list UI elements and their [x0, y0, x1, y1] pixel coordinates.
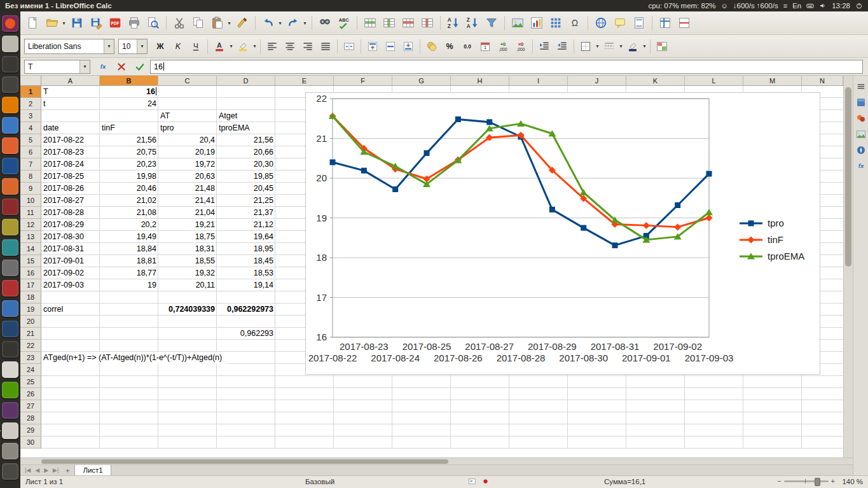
sort-desc-button[interactable]: ZA — [464, 14, 481, 32]
insert-image-button[interactable] — [509, 14, 527, 32]
cell-A19[interactable]: correl — [41, 303, 100, 316]
row-header-22[interactable]: 22 — [20, 340, 41, 352]
cell-D11[interactable]: 21,37 — [217, 207, 275, 219]
horizontal-scrollbar[interactable] — [20, 457, 853, 464]
launcher-item-dash-home[interactable] — [2, 15, 18, 32]
hyperlink-button[interactable] — [592, 14, 610, 32]
launcher-item-screenshot-tool[interactable] — [2, 422, 18, 439]
cell-A4[interactable]: date — [41, 122, 100, 134]
cell-B8[interactable]: 19,98 — [100, 171, 158, 183]
cell-D9[interactable]: 20,45 — [217, 183, 275, 195]
borders-dropdown-arrow[interactable]: ▾ — [595, 43, 600, 49]
cell-C8[interactable]: 20,63 — [158, 171, 217, 183]
print-preview-button[interactable] — [144, 14, 162, 32]
launcher-item-text-editor[interactable] — [2, 361, 18, 378]
launcher-item-app-red[interactable] — [2, 280, 18, 296]
zoom-in-button[interactable]: + — [831, 477, 835, 485]
cell-A14[interactable]: 2017-08-31 — [41, 243, 100, 255]
paste-dropdown-arrow[interactable]: ▾ — [226, 20, 232, 26]
row-header-11[interactable]: 11 — [20, 207, 41, 219]
export-pdf-button[interactable]: PDF — [106, 14, 124, 32]
cell-A11[interactable]: 2017-08-28 — [41, 207, 100, 219]
row-header-2[interactable]: 2 — [20, 98, 41, 110]
cell-B11[interactable]: 21,08 — [100, 207, 158, 219]
align-right-button[interactable] — [299, 38, 317, 55]
cell-C6[interactable]: 20,19 — [158, 146, 217, 158]
row-header-29[interactable]: 29 — [20, 424, 41, 436]
cell-C13[interactable]: 18,75 — [158, 231, 217, 243]
underline-button[interactable]: Ч — [187, 38, 205, 55]
cell-A16[interactable]: 2017-09-02 — [41, 267, 100, 279]
cell-A17[interactable]: 2017-09-03 — [41, 279, 100, 291]
row-header-1[interactable]: 1 — [20, 86, 41, 98]
cell-D8[interactable]: 19,85 — [217, 171, 275, 183]
cell-D4[interactable]: tproEMA — [217, 122, 275, 134]
new-document-button[interactable] — [24, 14, 42, 32]
vertical-scrollbar-thumb[interactable] — [845, 87, 851, 267]
sidebar-menu-button[interactable] — [855, 80, 867, 93]
cell-B7[interactable]: 20,23 — [100, 158, 158, 171]
cell-C7[interactable]: 19,72 — [158, 158, 217, 171]
formula-input[interactable]: 16 — [150, 60, 863, 74]
accept-button[interactable] — [132, 59, 148, 74]
date-format-button[interactable]: 1 — [476, 38, 494, 55]
cell-A1[interactable]: T — [41, 86, 100, 98]
cell-D21[interactable]: 0,962293 — [217, 328, 275, 340]
launcher-item-system-tool[interactable] — [2, 260, 18, 276]
font-color-dropdown-arrow[interactable]: ▾ — [228, 43, 234, 49]
functions-button[interactable]: fx — [855, 160, 867, 172]
column-header-E[interactable]: E — [275, 76, 334, 86]
clone-formatting-button[interactable] — [233, 14, 251, 32]
headers-footers-button[interactable] — [630, 14, 648, 32]
cell-C10[interactable]: 21,41 — [158, 195, 217, 207]
cell-B17[interactable]: 19 — [100, 279, 158, 291]
properties-button[interactable] — [855, 96, 867, 109]
row-header-14[interactable]: 14 — [20, 243, 41, 255]
row-header-24[interactable]: 24 — [20, 364, 41, 376]
border-color-dropdown-arrow[interactable]: ▾ — [642, 43, 647, 49]
launcher-item-app-orange[interactable] — [2, 178, 18, 195]
font-size-dropdown-arrow[interactable]: ▾ — [137, 39, 147, 53]
align-bottom-button[interactable] — [399, 38, 417, 55]
cell-C12[interactable]: 19,21 — [158, 219, 217, 231]
row-header-4[interactable]: 4 — [20, 122, 41, 134]
insert-chart-button[interactable] — [528, 14, 546, 32]
cell-A9[interactable]: 2017-08-26 — [41, 183, 100, 195]
cell-C5[interactable]: 20,4 — [158, 134, 217, 146]
highlight-color-dropdown-arrow[interactable]: ▾ — [252, 43, 258, 49]
cancel-button[interactable] — [113, 59, 130, 74]
cell-B9[interactable]: 20,46 — [100, 183, 158, 195]
name-box-dropdown-arrow[interactable]: ▾ — [79, 60, 90, 73]
document-modified-icon[interactable] — [481, 477, 490, 487]
print-button[interactable] — [125, 14, 143, 32]
save-as-button[interactable] — [87, 14, 105, 32]
border-style-button[interactable] — [600, 38, 618, 55]
save-button[interactable] — [68, 14, 86, 32]
open-dropdown-arrow[interactable]: ▾ — [61, 20, 67, 26]
column-header-M[interactable]: M — [743, 76, 802, 86]
sheet-tab[interactable]: Лист1 — [74, 465, 111, 475]
launcher-item-app-blue[interactable] — [2, 300, 18, 317]
indent-decrease-button[interactable] — [553, 38, 571, 55]
row-header-13[interactable]: 13 — [20, 231, 41, 243]
delete-decimal-button[interactable]: ×0,000 — [512, 38, 530, 55]
embedded-chart[interactable]: 161718192021222017-08-222017-08-232017-0… — [305, 92, 820, 375]
border-style-dropdown-arrow[interactable]: ▾ — [618, 43, 624, 49]
split-window-button[interactable] — [675, 14, 693, 32]
row-header-8[interactable]: 8 — [20, 171, 41, 183]
align-left-button[interactable] — [263, 38, 281, 55]
gallery-button[interactable] — [855, 128, 867, 141]
clock[interactable]: 13:28 — [832, 2, 850, 10]
cell-D17[interactable]: 19,14 — [217, 279, 275, 291]
cell-D14[interactable]: 18,95 — [217, 243, 275, 255]
selection-sum[interactable]: Сумма=16,1 — [604, 478, 645, 485]
border-color-button[interactable] — [624, 38, 642, 55]
cell-B16[interactable]: 18,77 — [100, 267, 158, 279]
vertical-scrollbar[interactable] — [843, 76, 853, 457]
styles-button[interactable] — [855, 112, 867, 125]
row-header-19[interactable]: 19 — [20, 303, 41, 316]
row-header-5[interactable]: 5 — [20, 134, 41, 146]
row-header-10[interactable]: 10 — [20, 195, 41, 207]
select-all-corner[interactable] — [20, 76, 41, 86]
launcher-item-browser[interactable] — [2, 117, 18, 134]
